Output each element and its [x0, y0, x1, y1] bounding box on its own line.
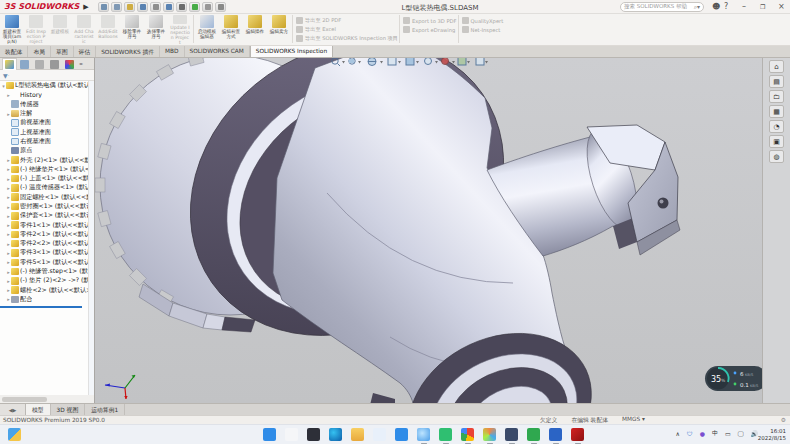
tree-item[interactable]: ▸零件2<1> (默认<<默认>_显示状态-1>): [0, 230, 88, 239]
help-button[interactable]: ?: [724, 2, 728, 11]
tree-item[interactable]: ▸零件1<1> (默认<<默认>_显示状态-1>): [0, 220, 88, 229]
wps-icon[interactable]: [527, 428, 540, 441]
tree-item[interactable]: 右视基准面: [0, 137, 88, 146]
ribbon-button-edit-vendor[interactable]: 编辑卖方: [267, 14, 291, 45]
tree-item[interactable]: ▸零件2<2> (默认<<默认>_显示状态-1>): [0, 239, 88, 248]
explorer-icon[interactable]: [351, 428, 364, 441]
tree-item[interactable]: ▸(-) 温度传感器<1> (默认<<默认>_显示状态-1>): [0, 183, 88, 192]
panel-tab-3[interactable]: [47, 58, 62, 70]
system-tray[interactable]: ∧🛡●中▭🖵🔊: [675, 429, 758, 438]
ribbon-tab-inactive[interactable]: 装配体: [0, 46, 28, 57]
touchpad-icon[interactable]: ▭: [725, 430, 731, 437]
taskview-icon[interactable]: [307, 428, 320, 441]
tree-item[interactable]: 上视基准面: [0, 127, 88, 136]
app-color-icon[interactable]: [483, 428, 496, 441]
tree-item[interactable]: 前视基准面: [0, 118, 88, 127]
tree-item[interactable]: ▸零件5<1> (默认<<默认>_显示状态-1>): [0, 258, 88, 267]
ribbon-button-new-inspection-project[interactable]: 新建检查项目(amp;N): [0, 14, 24, 45]
ribbon-tab-inactive[interactable]: 草图: [51, 46, 74, 57]
file-properties-icon[interactable]: [202, 2, 213, 12]
start-icon[interactable]: [263, 428, 276, 441]
tree-item[interactable]: ▸零件3<1> (默认<<默认>_显示状态-1>): [0, 248, 88, 257]
tree-item[interactable]: ▸History: [0, 90, 88, 99]
app-purple-icon[interactable]: ●: [700, 430, 705, 437]
solidworks-icon[interactable]: [571, 428, 584, 441]
panel-tab-0[interactable]: [2, 58, 17, 70]
tray-chevron-icon[interactable]: ∧: [675, 430, 679, 437]
select-icon[interactable]: [176, 2, 187, 12]
print-icon[interactable]: [150, 2, 161, 12]
status-tag-icon[interactable]: ⚙: [781, 417, 786, 423]
tree-item[interactable]: ▸外壳 (2)<1> (默认<<默认>_显示状态-1>): [0, 155, 88, 164]
appearances-icon[interactable]: ◔: [769, 120, 784, 133]
tree-item[interactable]: ▸固定螺栓<1> (默认<<默认>_显示状态-1>): [0, 193, 88, 202]
minimize-button[interactable]: –: [742, 2, 746, 11]
panel-tab-4[interactable]: [62, 58, 77, 70]
tree-item[interactable]: 传感器: [0, 100, 88, 109]
panel-tab-2[interactable]: [32, 58, 47, 70]
ribbon-tab-inactive[interactable]: 评估: [74, 46, 97, 57]
model-tab[interactable]: 运动算例1: [85, 404, 125, 415]
app-green-icon[interactable]: [439, 428, 452, 441]
rollback-bar[interactable]: [0, 306, 82, 308]
rebuild-icon[interactable]: [189, 2, 200, 12]
tree-item[interactable]: ▸螺栓<2> (默认<<默认>_显示状态-1>): [0, 286, 88, 295]
design-library-icon[interactable]: ▤: [769, 75, 784, 88]
tree-item[interactable]: ▸密封圈<1> (默认<<默认>_显示状态-1>): [0, 202, 88, 211]
tree-item[interactable]: ▸注解: [0, 109, 88, 118]
monitor-tray-icon[interactable]: 🖵: [738, 430, 744, 438]
tree-item[interactable]: ▾L型铠装热电偶 (默认<默认_显示状态-1>): [0, 81, 88, 90]
model-3d-viewport[interactable]: 35 % 6 KB/S 0.1 KB/S: [95, 58, 762, 403]
options-icon[interactable]: [215, 2, 226, 12]
search-icon[interactable]: [285, 428, 298, 441]
custom-properties-icon[interactable]: ▣: [769, 135, 784, 148]
ribbon-button-launch-template-editor[interactable]: 启动模板编辑器: [195, 14, 219, 45]
tree-item[interactable]: ▸(-) 绝缘管.step<1> (默认<<默认>_显示状态-1>): [0, 267, 88, 276]
ribbon-tab-active[interactable]: SOLIDWORKS Inspection: [250, 46, 333, 57]
ime-indicator[interactable]: 中: [712, 429, 718, 438]
ribbon-button-new-template[interactable]: 新建模板: [48, 14, 72, 45]
export-item[interactable]: 导出至 2D PDF: [294, 16, 398, 25]
ribbon-tab-inactive[interactable]: 布局: [28, 46, 51, 57]
view-palette-icon[interactable]: ▦: [769, 105, 784, 118]
login-icon[interactable]: ☻: [712, 2, 720, 11]
export-item[interactable]: 导出至 SOLIDWORKS Inspection 项目: [294, 34, 398, 43]
model-tab[interactable]: 模型: [26, 404, 51, 415]
tree-scrollbar-vertical[interactable]: [88, 81, 94, 395]
net-speed-widget[interactable]: 35 % 6 KB/S 0.1 KB/S: [705, 366, 762, 391]
open-icon[interactable]: [124, 2, 135, 12]
forum-icon[interactable]: ◍: [769, 150, 784, 163]
close-button[interactable]: ×: [778, 2, 785, 11]
ribbon-button-add-edit-balloons[interactable]: Add/Edit Balloons: [96, 14, 120, 45]
ribbon-button-select-balloons[interactable]: 选择零件序号: [144, 14, 168, 45]
logo-expand-arrow[interactable]: ▶: [83, 3, 88, 11]
new-document-icon[interactable]: [111, 2, 122, 12]
search-input[interactable]: 搜索 SOLIDWORKS 帮助⌕▾: [620, 2, 704, 12]
tree-item[interactable]: ▸(-) 绝缘垫片<1> (默认<<默认>_显示状态-1>): [0, 165, 88, 174]
tree-item[interactable]: ▸配合: [0, 295, 88, 304]
restore-button[interactable]: ❐: [760, 3, 765, 10]
export-item[interactable]: 导出至 Excel: [294, 25, 398, 34]
export-item[interactable]: Export eDrawing: [401, 25, 457, 34]
file-explorer-icon[interactable]: 🗀: [769, 90, 784, 103]
widgets-icon[interactable]: [8, 428, 21, 441]
ribbon-tab-inactive[interactable]: MBD: [160, 46, 184, 57]
model-tab[interactable]: 3D 视图: [51, 404, 86, 415]
defender-icon[interactable]: 🛡: [687, 430, 693, 437]
edge-icon[interactable]: [329, 428, 342, 441]
ribbon-button-remove-balloons[interactable]: 移除零件序号: [120, 14, 144, 45]
word-icon[interactable]: [549, 428, 562, 441]
tab-scroll-arrows[interactable]: ◀▶: [0, 404, 26, 415]
tree-item[interactable]: ▸保护套<1> (默认<<默认>_显示状态-1>): [0, 211, 88, 220]
ribbon-button-edit-operations[interactable]: 编辑操作: [243, 14, 267, 45]
search-icon[interactable]: ⌕▾: [694, 3, 700, 11]
export-item[interactable]: Net-Inspect: [460, 25, 504, 34]
weather-icon[interactable]: [417, 428, 430, 441]
tree-scrollbar-horizontal[interactable]: [2, 397, 82, 402]
store-icon[interactable]: [395, 428, 408, 441]
panel-tab-1[interactable]: [17, 58, 32, 70]
tree-item[interactable]: 原点: [0, 146, 88, 155]
ribbon-button-add-characteristic[interactable]: Add Characteristic: [72, 14, 96, 45]
export-item[interactable]: Export to 3D PDF: [401, 16, 457, 25]
export-item[interactable]: QualityXpert: [460, 16, 504, 25]
